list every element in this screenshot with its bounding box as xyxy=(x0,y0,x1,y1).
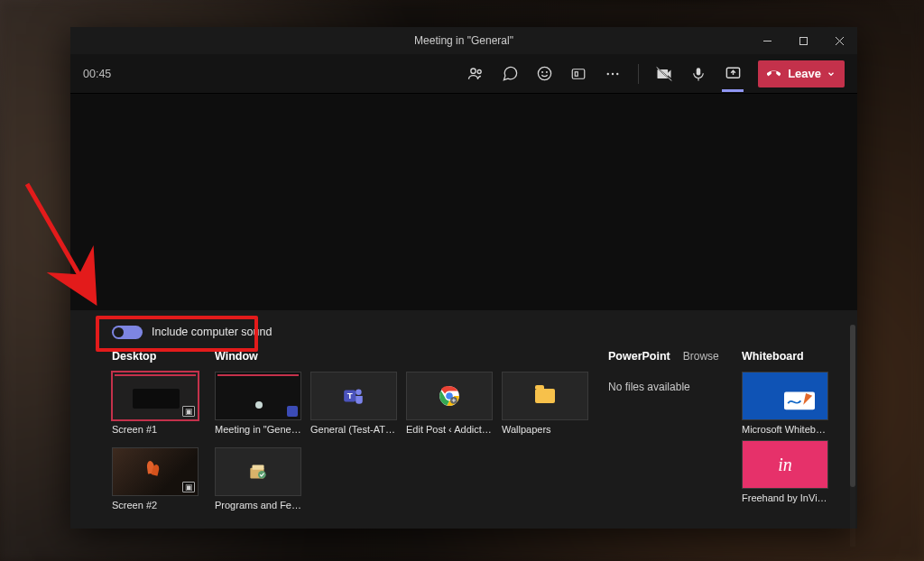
titlebar: Meeting in "General" xyxy=(70,27,857,54)
share-option-window[interactable]: T General (Test-AT) | Micro... xyxy=(310,372,397,435)
thumb-label: Programs and Features xyxy=(215,500,301,510)
close-button[interactable] xyxy=(821,27,857,54)
window-title: Meeting in "General" xyxy=(414,34,513,47)
svg-text:T: T xyxy=(347,391,353,400)
column-header-desktop: Desktop xyxy=(112,350,202,365)
teams-icon: T xyxy=(342,384,365,408)
scrollbar-thumb[interactable] xyxy=(850,325,855,487)
svg-point-7 xyxy=(538,67,550,79)
whiteboard-icon xyxy=(784,389,815,410)
thumb-label: Edit Post ‹ AddictiveTips ... xyxy=(406,424,493,435)
svg-rect-28 xyxy=(253,464,264,469)
participants-icon[interactable] xyxy=(467,65,485,83)
svg-point-22 xyxy=(356,389,362,395)
meeting-timer: 00:45 xyxy=(83,68,111,80)
svg-point-9 xyxy=(546,72,547,73)
thumb-label: Freehand by InVision xyxy=(742,492,828,503)
svg-rect-11 xyxy=(575,71,578,76)
svg-point-5 xyxy=(471,69,476,73)
svg-point-12 xyxy=(607,72,609,74)
reactions-icon[interactable] xyxy=(535,65,553,83)
svg-point-6 xyxy=(477,69,481,73)
programs-icon xyxy=(246,460,270,483)
share-column-whiteboard: Whiteboard Microsoft Whiteboard in Freeh… xyxy=(742,350,837,503)
share-option-screen1[interactable]: ▣ Screen #1 xyxy=(112,372,199,435)
thumb-label: Meeting in "General" | M... xyxy=(215,424,301,435)
chat-icon[interactable] xyxy=(501,65,519,83)
share-option-ms-whiteboard[interactable]: Microsoft Whiteboard xyxy=(742,372,828,435)
column-header-powerpoint: PowerPoint xyxy=(608,350,670,365)
camera-off-icon[interactable] xyxy=(655,65,673,83)
leave-label: Leave xyxy=(788,67,821,80)
no-files-label: No files available xyxy=(608,381,725,393)
share-tray-scrollbar[interactable] xyxy=(850,325,855,547)
share-option-invision[interactable]: in Freehand by InVision xyxy=(742,440,828,503)
chrome-icon xyxy=(438,384,461,408)
share-column-desktop: Desktop ▣ Screen #1 ▣ Screen #2 xyxy=(112,350,202,510)
thumb-label: Screen #1 xyxy=(112,424,199,435)
thumb-label: General (Test-AT) | Micro... xyxy=(310,424,397,435)
column-header-window: Window xyxy=(215,350,594,365)
share-column-window: Window Meeting in "General" | M... T Gen… xyxy=(215,350,594,510)
browse-link[interactable]: Browse xyxy=(683,350,719,363)
thumb-label: Wallpapers xyxy=(502,424,588,435)
app-window: Meeting in "General" 00:45 xyxy=(70,27,857,529)
rooms-icon[interactable] xyxy=(569,65,587,83)
annotation-highlight-box xyxy=(96,316,258,352)
meeting-stage: FW Include computer sound Desktop ▣ Scre… xyxy=(70,94,857,529)
invision-icon: in xyxy=(778,455,792,475)
toolbar-separator xyxy=(638,64,639,84)
svg-rect-30 xyxy=(784,392,815,410)
mic-icon[interactable] xyxy=(689,65,707,83)
column-header-whiteboard: Whiteboard xyxy=(742,350,837,365)
svg-point-29 xyxy=(258,471,266,479)
more-icon[interactable] xyxy=(604,65,622,83)
share-option-window[interactable]: Wallpapers xyxy=(502,372,588,435)
svg-line-0 xyxy=(27,184,90,294)
svg-rect-17 xyxy=(697,68,701,75)
share-column-powerpoint: PowerPoint Browse No files available xyxy=(608,350,725,393)
window-controls xyxy=(749,27,857,54)
share-option-window[interactable]: Edit Post ‹ AddictiveTips ... xyxy=(406,372,493,435)
thumb-label: Screen #2 xyxy=(112,500,199,510)
svg-point-8 xyxy=(541,72,542,73)
svg-rect-10 xyxy=(572,69,585,78)
maximize-button[interactable] xyxy=(785,27,821,54)
share-option-window[interactable]: Programs and Features xyxy=(215,447,301,510)
minimize-button[interactable] xyxy=(749,27,785,54)
annotation-arrow xyxy=(20,177,101,330)
meeting-toolbar: 00:45 xyxy=(70,54,857,94)
share-option-screen2[interactable]: ▣ Screen #2 xyxy=(112,447,199,510)
svg-rect-2 xyxy=(799,37,807,44)
svg-point-13 xyxy=(612,72,614,74)
hangup-icon xyxy=(767,67,781,80)
share-option-window[interactable]: Meeting in "General" | M... xyxy=(215,372,301,435)
chevron-down-icon xyxy=(827,69,836,78)
thumb-label: Microsoft Whiteboard xyxy=(742,424,828,435)
leave-button[interactable]: Leave xyxy=(758,60,845,87)
share-button[interactable] xyxy=(724,65,742,83)
svg-point-14 xyxy=(616,72,618,74)
